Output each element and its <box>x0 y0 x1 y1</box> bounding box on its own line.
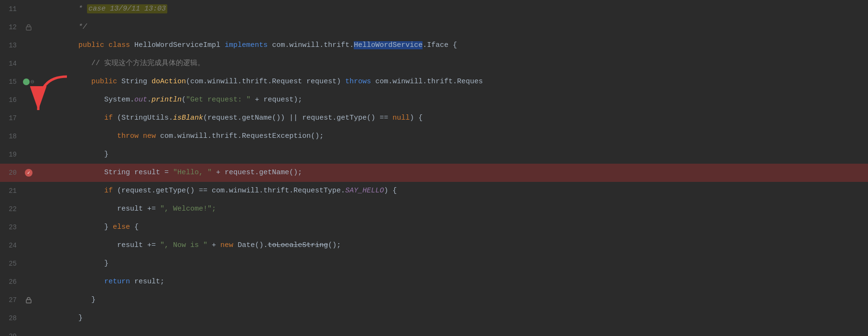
line-number-27: 27 <box>0 291 22 309</box>
lock-icon <box>25 24 32 31</box>
gutter-15: ⊖ <box>22 78 36 86</box>
line-number-16: 16 <box>0 91 22 109</box>
lock-icon-27 <box>25 297 32 303</box>
fold-icon[interactable]: ⊖ <box>31 78 34 86</box>
line-number-25: 25 <box>0 255 22 273</box>
line-number-11: 11 <box>0 0 22 18</box>
line-number-23: 23 <box>0 218 22 236</box>
line-number-29: 29 <box>0 327 22 336</box>
code-editor: 11 * case 13/9/11 13:03 12 */ 13 public … <box>0 0 868 336</box>
line-number-14: 14 <box>0 55 22 73</box>
line-number-20: 20 <box>0 164 22 182</box>
line-number-15: 15 <box>0 73 22 91</box>
line-number-18: 18 <box>0 127 22 146</box>
svg-rect-1 <box>26 27 31 30</box>
gutter-12 <box>22 24 36 31</box>
line-number-26: 26 <box>0 273 22 291</box>
line-number-17: 17 <box>0 109 22 127</box>
line-number-12: 12 <box>0 18 22 36</box>
code-line-29: 29 <box>0 327 868 336</box>
code-line-28: 28 } <box>0 309 868 327</box>
breakpoint-red-icon <box>25 169 33 177</box>
gutter-27 <box>22 297 36 303</box>
line-number-19: 19 <box>0 146 22 164</box>
svg-rect-2 <box>26 300 31 303</box>
line-number-22: 22 <box>0 200 22 218</box>
line-number-24: 24 <box>0 236 22 255</box>
breakpoint-green-icon <box>23 78 30 85</box>
line-number-28: 28 <box>0 309 22 327</box>
line-number-21: 21 <box>0 182 22 200</box>
gutter-20 <box>22 169 36 177</box>
line-number-13: 13 <box>0 36 22 55</box>
